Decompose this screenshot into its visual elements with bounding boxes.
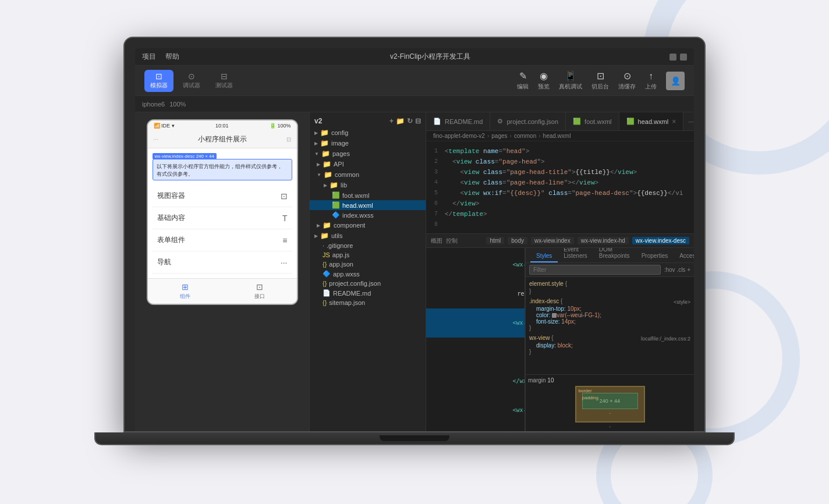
laptop-screen-inner: 项目 帮助 v2-FinClip小程序开发工具 ⊡ 模拟器: [135, 48, 694, 431]
list-item-form[interactable]: 表单组件 ≡: [153, 229, 292, 251]
tree-item-app-js[interactable]: JS app.js: [310, 250, 426, 260]
phone-content: wx-view.index-desc 240 × 44 以下将展示小程序官方组件…: [148, 148, 297, 278]
tab-foot-wxml[interactable]: 🟩 foot.wxml: [566, 112, 619, 131]
new-file-icon[interactable]: +: [389, 117, 394, 125]
collapse-icon[interactable]: ⊟: [415, 117, 421, 125]
tree-item-project-config[interactable]: {} project.config.json: [310, 279, 426, 288]
tree-item-sitemap[interactable]: {} sitemap.json: [310, 298, 426, 307]
element-tag-wx-desc[interactable]: wx-view.index-desc: [632, 237, 689, 244]
dt-tab-properties[interactable]: Properties: [636, 250, 674, 262]
tree-item-image[interactable]: ▶ 📁 image: [310, 138, 426, 148]
list-label-0: 视图容器: [157, 191, 185, 201]
tree-item-foot-wxml[interactable]: 🟩 foot.wxml: [310, 190, 426, 200]
minimize-btn[interactable]: [669, 54, 676, 61]
dt-line-1b[interactable]: resources/kind/logo.png">_</wx-image>: [426, 279, 525, 308]
tree-item-api[interactable]: ▶ 📁 API: [310, 159, 426, 169]
dt-tab-dom-breakpoints[interactable]: DOM Breakpoints: [593, 248, 636, 262]
toolbar-action-device-debug[interactable]: 📱 真机调试: [559, 70, 582, 91]
close-btn[interactable]: [680, 54, 687, 61]
dt-line-2[interactable]: <wx-view class="index-desc">以下将展示小程序官方组件…: [426, 308, 525, 338]
md-icon: 📄: [323, 289, 331, 297]
dt-selector-index-desc: .index-desc { <style>: [529, 298, 690, 304]
js-icon: JS: [323, 251, 330, 258]
tree-item-readme[interactable]: 📄 README.md: [310, 288, 426, 298]
left-panel: 📶 IDE ▾ 10:01 🔋 100% ··· 小程序组件展示 ⊡: [135, 112, 310, 431]
new-folder-icon[interactable]: 📁: [396, 117, 405, 125]
code-line-1: 1 <template name="head">: [426, 146, 694, 157]
box-model-title: margin 10: [528, 377, 692, 384]
device-debug-label: 真机调试: [559, 83, 582, 91]
tree-item-app-json[interactable]: {} app.json: [310, 260, 426, 269]
menu-item-help[interactable]: 帮助: [165, 52, 179, 62]
dt-line-5[interactable]: <wx-view class="index-bd">_</wx-view>: [426, 396, 525, 425]
toolbar-action-clear-cache[interactable]: ⊙ 清缓存: [618, 70, 636, 91]
element-tag-body[interactable]: body: [508, 237, 527, 244]
dt-line-3[interactable]: <wx-view> == $0: [426, 338, 525, 367]
phone-nav-interface[interactable]: ⊡ 接口: [222, 279, 297, 304]
tree-item-common[interactable]: ▼ 📁 common: [310, 169, 426, 180]
edit-label: 编辑: [517, 83, 529, 91]
wxml-icon: 🟩: [332, 191, 340, 199]
element-tag-wx-index[interactable]: wx-view.index: [531, 237, 574, 244]
dt-rule-index-desc: .index-desc { <style> margin-top: 10px; …: [529, 298, 690, 331]
tree-item-lib[interactable]: ▶ 📁 lib: [310, 180, 426, 190]
menu-item-project[interactable]: 项目: [142, 52, 156, 62]
tab-more-icon[interactable]: ···: [683, 118, 694, 125]
list-item-basic[interactable]: 基础内容 T: [153, 207, 292, 229]
element-tag-html[interactable]: html: [486, 237, 504, 244]
box-model-outer: border padding 240 × 44 -: [575, 386, 645, 423]
tab-readme[interactable]: 📄 README.md: [426, 112, 490, 131]
tester-icon: ⊟: [221, 72, 228, 80]
avatar[interactable]: 👤: [666, 72, 685, 90]
devtools-html[interactable]: <wx-image class="index-logo" src="../res…: [426, 248, 525, 431]
highlighted-component: 以下将展示小程序官方组件能力，组件样式仅供参考， 有式仅供参考。: [153, 159, 292, 180]
toolbar-btn-simulator[interactable]: ⊡ 模拟器: [144, 70, 173, 92]
tree-item-index-wxss[interactable]: 🔷 index.wxss: [310, 210, 426, 220]
styles-filter-input[interactable]: [529, 265, 661, 275]
toolbar-action-background[interactable]: ⊡ 切后台: [591, 70, 609, 91]
refresh-icon[interactable]: ↻: [407, 117, 413, 125]
element-tag-wx-hd[interactable]: wx-view.index-hd: [578, 237, 629, 244]
dt-tab-accessibility[interactable]: Accessibility: [674, 250, 694, 262]
project-icon: ⚙: [497, 118, 503, 125]
edit-icon: ✎: [519, 70, 527, 81]
dt-line-1[interactable]: <wx-image class="index-logo" src="../res…: [426, 250, 525, 279]
chevron-icon: ▶: [317, 162, 320, 167]
tree-item-utils[interactable]: ▶ 📁 utils: [310, 230, 426, 241]
line-num-5: 5: [426, 188, 445, 198]
tab-project-config[interactable]: ⚙ project.config.json: [490, 112, 566, 131]
tree-item-app-wxss[interactable]: 🔷 app.wxss: [310, 269, 426, 279]
list-item-view-container[interactable]: 视图容器 ⊡: [153, 185, 292, 207]
wxss-icon: 🔷: [323, 270, 331, 278]
phone-time: 10:01: [215, 123, 229, 129]
filter-hint: :hov .cls +: [664, 267, 690, 273]
toolbar-btn-debugger[interactable]: ⊙ 调试器: [177, 70, 206, 92]
phone-app-header: ··· 小程序组件展示 ⊡: [148, 131, 297, 148]
dt-tab-styles[interactable]: Styles: [530, 250, 558, 262]
toolbar-action-upload[interactable]: ↑ 上传: [645, 71, 657, 91]
dt-line-6[interactable]: </wx-view>: [426, 425, 525, 431]
laptop-screen-shell: 项目 帮助 v2-FinClip小程序开发工具 ⊡ 模拟器: [123, 37, 706, 432]
tree-label-common: common: [335, 171, 359, 178]
toolbar-action-preview[interactable]: ◉ 预览: [538, 70, 550, 91]
tree-item-gitignore[interactable]: · .gitignore: [310, 241, 426, 250]
tab-head-wxml[interactable]: 🟩 head.wxml ×: [619, 112, 684, 131]
tree-item-pages[interactable]: ▼ 📁 pages: [310, 148, 426, 159]
code-editor[interactable]: 1 <template name="head"> 2 <view class="…: [426, 141, 694, 233]
phone-mockup: 📶 IDE ▾ 10:01 🔋 100% ··· 小程序组件展示 ⊡: [147, 119, 298, 305]
phone-nav-component[interactable]: ⊞ 组件: [148, 279, 222, 304]
titlebar: 项目 帮助 v2-FinClip小程序开发工具: [135, 48, 694, 66]
device-name: iphone6: [142, 101, 165, 108]
toolbar-btn-tester[interactable]: ⊟ 测试器: [210, 70, 239, 92]
tree-item-config[interactable]: ▶ 📁 config: [310, 127, 426, 138]
dt-line-4[interactable]: </wx-view>: [426, 367, 525, 396]
dt-tab-event-listeners[interactable]: Event Listeners: [558, 248, 593, 262]
list-item-nav[interactable]: 导航 ···: [153, 251, 292, 274]
folder-icon: 📁: [324, 171, 332, 179]
json-icon: {}: [323, 280, 327, 287]
list-label-3: 导航: [157, 257, 171, 267]
tree-item-head-wxml[interactable]: 🟩 head.wxml: [310, 200, 426, 210]
tree-item-component[interactable]: ▶ 📁 component: [310, 220, 426, 230]
tab-close-icon[interactable]: ×: [672, 118, 676, 126]
toolbar-action-edit[interactable]: ✎ 编辑: [517, 70, 529, 91]
